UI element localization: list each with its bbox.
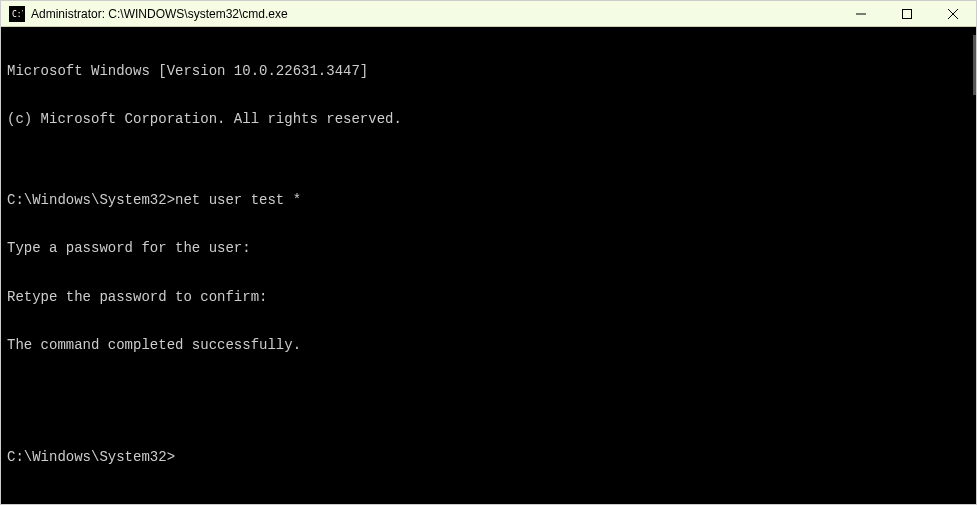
svg-rect-3 bbox=[903, 9, 912, 18]
window-controls bbox=[838, 1, 976, 26]
cmd-window: C:\ Administrator: C:\WINDOWS\system32\c… bbox=[0, 0, 977, 505]
terminal-line: Retype the password to confirm: bbox=[7, 289, 970, 305]
terminal-line: The command completed successfully. bbox=[7, 337, 970, 353]
svg-text:C:\: C:\ bbox=[12, 10, 23, 19]
terminal-line: C:\Windows\System32>net user test * bbox=[7, 192, 970, 208]
terminal-line: Microsoft Windows [Version 10.0.22631.34… bbox=[7, 63, 970, 79]
cmd-icon: C:\ bbox=[9, 6, 25, 22]
terminal-line: Type a password for the user: bbox=[7, 240, 970, 256]
maximize-button[interactable] bbox=[884, 1, 930, 26]
window-title: Administrator: C:\WINDOWS\system32\cmd.e… bbox=[31, 7, 838, 21]
close-button[interactable] bbox=[930, 1, 976, 26]
scrollbar[interactable] bbox=[973, 35, 976, 95]
minimize-button[interactable] bbox=[838, 1, 884, 26]
titlebar[interactable]: C:\ Administrator: C:\WINDOWS\system32\c… bbox=[1, 1, 976, 27]
terminal-line: (c) Microsoft Corporation. All rights re… bbox=[7, 111, 970, 127]
terminal-prompt: C:\Windows\System32> bbox=[7, 449, 970, 465]
terminal-area[interactable]: Microsoft Windows [Version 10.0.22631.34… bbox=[1, 27, 976, 504]
